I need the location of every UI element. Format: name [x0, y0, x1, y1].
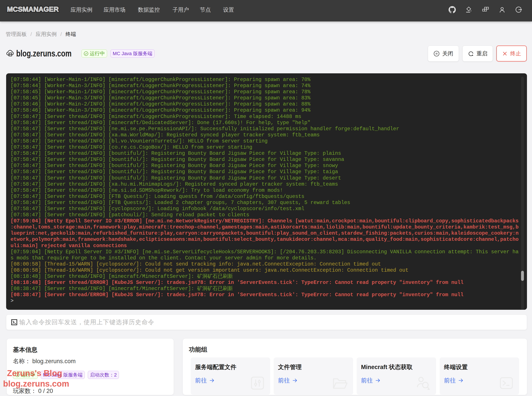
- svg-text:MCSMANAGER: MCSMANAGER: [7, 5, 59, 13]
